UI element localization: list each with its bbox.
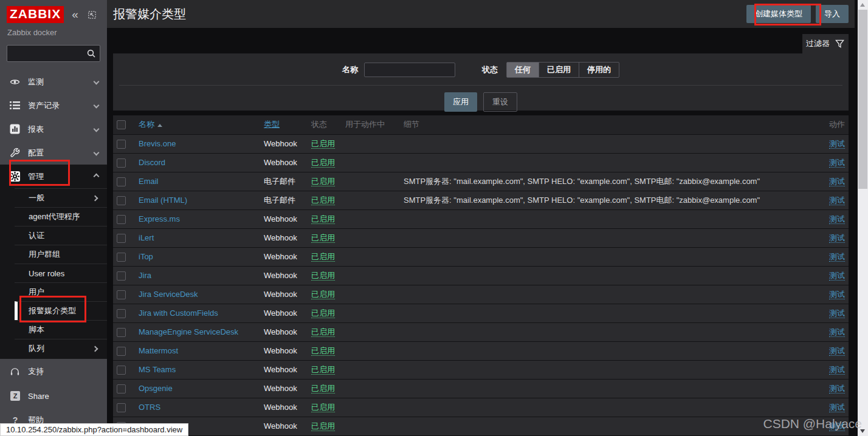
media-type-name-link[interactable]: Brevis.one — [139, 139, 176, 148]
filter-tab[interactable]: 过滤器 — [802, 34, 849, 53]
row-checkbox[interactable] — [117, 290, 126, 299]
sidebar-subitem-scripts[interactable]: 脚本 — [15, 320, 107, 339]
status-enabled-link[interactable]: 已启用 — [311, 327, 335, 337]
status-enabled-link[interactable]: 已启用 — [311, 158, 335, 168]
scrollbar[interactable] — [858, 0, 868, 436]
status-enabled-link[interactable]: 已启用 — [311, 365, 335, 375]
create-media-type-button[interactable]: 创建媒体类型 — [746, 5, 811, 23]
scrollbar-up-arrow[interactable] — [860, 3, 865, 7]
row-checkbox[interactable] — [117, 384, 126, 393]
media-type-name-link[interactable]: Express.ms — [139, 214, 180, 223]
status-enabled-link[interactable]: 已启用 — [311, 233, 335, 243]
row-checkbox[interactable] — [117, 140, 126, 149]
sidebar-subitem-proxies[interactable]: agent代理程序 — [15, 207, 107, 226]
status-enabled-link[interactable]: 已启用 — [311, 252, 335, 262]
media-type-name-link[interactable]: Jira with CustomFields — [139, 308, 218, 318]
status-option-已启用[interactable]: 已启用 — [539, 63, 579, 77]
status-enabled-link[interactable]: 已启用 — [311, 139, 335, 149]
kiosk-mode-icon[interactable] — [88, 10, 97, 19]
sidebar-footer-share[interactable]: ZShare — [0, 384, 107, 408]
test-link[interactable]: 测试 — [829, 384, 845, 393]
media-type-name-link[interactable]: Email (HTML) — [139, 196, 187, 205]
status-enabled-link[interactable]: 已启用 — [311, 177, 335, 186]
test-link[interactable]: 测试 — [829, 233, 845, 243]
sidebar-subitem-general[interactable]: 一般 — [15, 188, 107, 207]
sidebar-item-configuration[interactable]: 配置 — [0, 141, 107, 165]
row-checkbox[interactable] — [117, 196, 126, 205]
row-checkbox[interactable] — [117, 158, 126, 168]
test-link[interactable]: 测试 — [829, 327, 845, 337]
sidebar-collapse-icon[interactable]: « — [72, 10, 78, 19]
test-link[interactable]: 测试 — [829, 290, 845, 299]
test-link[interactable]: 测试 — [829, 271, 845, 281]
row-checkbox[interactable] — [117, 347, 126, 356]
test-link[interactable]: 测试 — [829, 214, 845, 224]
row-checkbox[interactable] — [117, 215, 126, 224]
sidebar-item-reports[interactable]: 报表 — [0, 117, 107, 141]
test-link[interactable]: 测试 — [829, 252, 845, 262]
sidebar-subitem-users[interactable]: 用户 — [15, 282, 107, 301]
sidebar-search[interactable] — [7, 45, 100, 62]
status-option-任何[interactable]: 任何 — [507, 63, 539, 77]
filter-status-label: 状态 — [482, 64, 498, 75]
row-checkbox[interactable] — [117, 177, 126, 186]
status-enabled-link[interactable]: 已启用 — [311, 346, 335, 356]
test-link[interactable]: 测试 — [829, 346, 845, 356]
status-option-停用的[interactable]: 停用的 — [579, 63, 619, 77]
sidebar-item-inventory[interactable]: 资产记录 — [0, 94, 107, 117]
scrollbar-thumb[interactable] — [858, 10, 867, 189]
zabbix-logo[interactable]: ZABBIX — [7, 6, 64, 23]
status-enabled-link[interactable]: 已启用 — [311, 214, 335, 224]
status-enabled-link[interactable]: 已启用 — [311, 403, 335, 412]
status-enabled-link[interactable]: 已启用 — [311, 384, 335, 393]
media-type-name-link[interactable]: Jira — [139, 271, 151, 280]
column-header-类型[interactable]: 类型 — [260, 115, 308, 134]
filter-name-input[interactable] — [364, 63, 455, 77]
media-type-name-link[interactable]: ManageEngine ServiceDesk — [139, 327, 238, 336]
sidebar-footer-support[interactable]: 支持 — [0, 359, 107, 384]
test-link[interactable]: 测试 — [829, 403, 845, 412]
media-type-name-link[interactable]: Mattermost — [139, 346, 178, 355]
used-in-actions-cell — [342, 153, 400, 172]
sidebar-subitem-authentication[interactable]: 认证 — [15, 226, 107, 245]
status-enabled-link[interactable]: 已启用 — [311, 196, 335, 205]
select-all-checkbox[interactable] — [117, 120, 126, 129]
media-type-name-link[interactable]: Email — [139, 177, 159, 186]
row-checkbox[interactable] — [117, 328, 126, 337]
media-type-name-link[interactable]: Discord — [139, 158, 165, 167]
row-checkbox[interactable] — [117, 403, 126, 412]
test-link[interactable]: 测试 — [829, 158, 845, 168]
scrollbar-down-arrow[interactable] — [860, 429, 865, 433]
test-link[interactable]: 测试 — [829, 177, 845, 186]
test-link[interactable]: 测试 — [829, 308, 845, 318]
type-cell: Webhook — [260, 398, 308, 417]
test-link[interactable]: 测试 — [829, 365, 845, 375]
media-type-name-link[interactable]: Jira ServiceDesk — [139, 290, 198, 299]
column-header-名称[interactable]: 名称 — [135, 115, 260, 134]
status-enabled-link[interactable]: 已启用 — [311, 290, 335, 299]
sidebar-subitem-media-types[interactable]: 报警媒介类型 — [15, 301, 107, 320]
status-enabled-link[interactable]: 已启用 — [311, 271, 335, 281]
test-link[interactable]: 测试 — [829, 421, 845, 431]
media-type-name-link[interactable]: iTop — [139, 252, 153, 261]
media-type-name-link[interactable]: MS Teams — [139, 365, 176, 374]
status-enabled-link[interactable]: 已启用 — [311, 308, 335, 318]
row-checkbox[interactable] — [117, 309, 126, 318]
test-link[interactable]: 测试 — [829, 196, 845, 205]
status-enabled-link[interactable]: 已启用 — [311, 421, 335, 431]
sidebar-item-monitoring[interactable]: 监测 — [0, 70, 107, 94]
media-type-name-link[interactable]: iLert — [139, 233, 154, 242]
media-type-name-link[interactable]: OTRS — [139, 403, 160, 412]
row-checkbox[interactable] — [117, 234, 126, 243]
apply-button[interactable]: 应用 — [444, 92, 477, 112]
sidebar-subitem-user-roles[interactable]: User roles — [15, 264, 107, 282]
row-checkbox[interactable] — [117, 271, 126, 281]
sidebar-subitem-user-groups[interactable]: 用户群组 — [15, 245, 107, 264]
import-button[interactable]: 导入 — [816, 5, 849, 23]
row-checkbox[interactable] — [117, 366, 126, 375]
reset-button[interactable]: 重设 — [483, 92, 517, 112]
row-checkbox[interactable] — [117, 253, 126, 262]
test-link[interactable]: 测试 — [829, 139, 845, 149]
sidebar-item-administration[interactable]: 管理 — [0, 165, 107, 188]
media-type-name-link[interactable]: Opsgenie — [139, 384, 173, 393]
